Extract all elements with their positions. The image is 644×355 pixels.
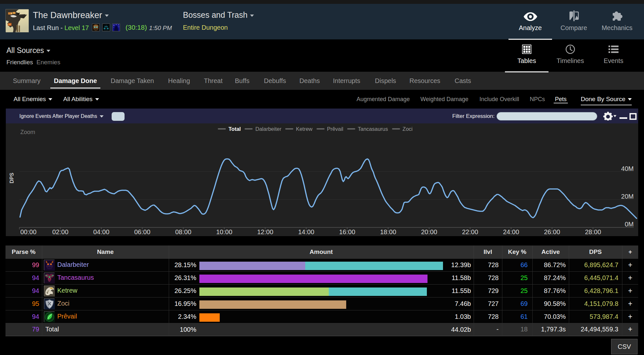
svg-text:24:00: 24:00 <box>503 228 519 235</box>
svg-text:04:00: 04:00 <box>93 228 109 235</box>
svg-text:40M: 40M <box>621 165 634 172</box>
svg-text:00:00: 00:00 <box>20 228 36 235</box>
svg-text:18:00: 18:00 <box>380 228 396 235</box>
svg-text:22:00: 22:00 <box>462 228 478 235</box>
svg-text:12:00: 12:00 <box>257 228 273 235</box>
svg-text:28:00: 28:00 <box>585 228 601 235</box>
svg-text:14:00: 14:00 <box>298 228 314 235</box>
svg-text:16:00: 16:00 <box>339 228 355 235</box>
svg-text:26:00: 26:00 <box>544 228 560 235</box>
svg-text:08:00: 08:00 <box>175 228 191 235</box>
svg-text:0M: 0M <box>625 221 634 228</box>
svg-text:06:00: 06:00 <box>134 228 150 235</box>
svg-text:10:00: 10:00 <box>216 228 232 235</box>
svg-text:20:00: 20:00 <box>421 228 437 235</box>
svg-text:20M: 20M <box>621 193 634 200</box>
svg-text:02:00: 02:00 <box>52 228 68 235</box>
